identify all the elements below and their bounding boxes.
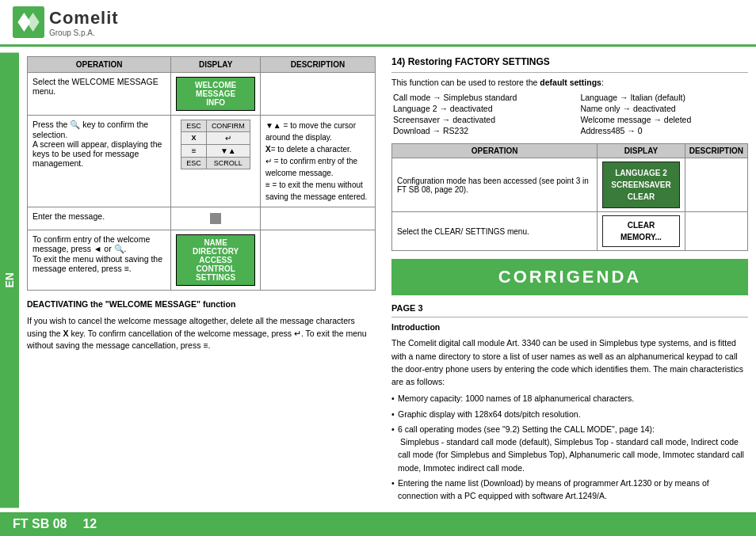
mini-table-row: Configuration mode has been accessed (se… bbox=[392, 158, 748, 212]
operation-table: OPERATION DISPLAY DESCRIPTION Select the… bbox=[27, 56, 376, 291]
settings-cell: Name only → deactivated bbox=[580, 104, 746, 113]
list-item: Graphic display with 128x64 dots/pitch r… bbox=[391, 408, 748, 420]
logo: Comelit Group S.p.A. bbox=[13, 6, 119, 38]
page3-section: PAGE 3 Introduction The Comelit digital … bbox=[391, 302, 748, 503]
settings-cell: Address485 → 0 bbox=[580, 126, 746, 135]
col-display: DISPLAY bbox=[171, 57, 261, 73]
mini-col-display: DISPLAY bbox=[598, 144, 685, 158]
mini-desc-cell bbox=[685, 158, 747, 212]
deactivating-section: DEACTIVATING the "WELCOME MESSAGE" funct… bbox=[27, 298, 376, 352]
deactivating-body: If you wish to cancel the welcome messag… bbox=[27, 315, 376, 352]
mini-desc-cell bbox=[685, 212, 747, 251]
col-description: DESCRIPTION bbox=[260, 57, 375, 73]
settings-cell: Language 2 → deactivated bbox=[393, 104, 578, 113]
settings-cell: Call mode → Simplebus standard bbox=[393, 93, 578, 102]
footer: FT SB 08 12 bbox=[0, 512, 756, 536]
settings-row: Call mode → Simplebus standard Language … bbox=[393, 93, 746, 102]
display-welcome-message: WELCOME MESSAGEINFO bbox=[176, 77, 255, 111]
mini-col-description: DESCRIPTION bbox=[685, 144, 747, 158]
settings-cell: Language → Italian (default) bbox=[580, 93, 746, 102]
table-row: Press the 🔍 key to confirm the selection… bbox=[28, 116, 376, 207]
list-item: 6 call operating modes (see "9.2) Settin… bbox=[391, 423, 748, 474]
settings-table: Call mode → Simplebus standard Language … bbox=[391, 91, 748, 137]
logo-text: Comelit Group S.p.A. bbox=[49, 8, 119, 37]
settings-cell: Screensaver → deactivated bbox=[393, 115, 578, 124]
table-row: Enter the message. bbox=[28, 207, 376, 230]
display-language2-screensaver: LANGUAGE 2SCREENSAVERCLEAR bbox=[602, 162, 679, 208]
settings-cell: Download → RS232 bbox=[393, 126, 578, 135]
mini-display-cell: CLEARMEMORY... bbox=[598, 212, 685, 251]
intro-text: The Comelit digital call module Art. 334… bbox=[391, 336, 748, 388]
header: Comelit Group S.p.A. bbox=[0, 0, 756, 47]
corrigenda-banner: CORRIGENDA bbox=[391, 259, 748, 295]
mini-display-cell: LANGUAGE 2SCREENSAVERCLEAR bbox=[598, 158, 685, 212]
footer-page: 12 bbox=[82, 517, 97, 531]
display-cell bbox=[171, 207, 261, 230]
desc-cell: ▼▲ = to move the cursor around the displ… bbox=[260, 116, 375, 207]
desc-cell bbox=[260, 207, 375, 230]
op-cell: To confirm entry of the welcome message,… bbox=[28, 230, 171, 291]
intro-label: Introduction bbox=[391, 321, 748, 333]
cursor-square bbox=[210, 213, 221, 224]
logo-name: Comelit bbox=[49, 8, 119, 29]
op-cell: Enter the message. bbox=[28, 207, 171, 230]
display-cell: NAME DIRECTORYACCESS CONTROLSETTINGS bbox=[171, 230, 261, 291]
language-label: EN bbox=[0, 53, 19, 508]
display-cell: WELCOME MESSAGEINFO bbox=[171, 73, 261, 116]
settings-row: Download → RS232 Address485 → 0 bbox=[393, 126, 746, 135]
desc-cell bbox=[260, 73, 375, 116]
mini-operation-table: OPERATION DISPLAY DESCRIPTION Configurat… bbox=[391, 143, 748, 251]
table-row: To confirm entry of the welcome message,… bbox=[28, 230, 376, 291]
factory-title: 14) Restoring FACTORY SETTINGS bbox=[391, 56, 748, 67]
display-name-directory: NAME DIRECTORYACCESS CONTROLSETTINGS bbox=[176, 234, 255, 286]
col-operation: OPERATION bbox=[28, 57, 171, 73]
settings-row: Screensaver → deactivated Welcome messag… bbox=[393, 115, 746, 124]
comelit-logo-icon bbox=[13, 6, 44, 38]
page3-label: PAGE 3 bbox=[391, 302, 748, 317]
deactivating-title: DEACTIVATING the "WELCOME MESSAGE" funct… bbox=[27, 299, 235, 309]
display-cell: ESC CONFIRM X ↵ ≡ ▼▲ bbox=[171, 116, 261, 207]
display-clear-memory: CLEARMEMORY... bbox=[602, 215, 679, 247]
op-cell: Press the 🔍 key to confirm the selection… bbox=[28, 116, 171, 207]
mini-op-cell: Configuration mode has been accessed (se… bbox=[392, 158, 598, 212]
logo-subname: Group S.p.A. bbox=[49, 29, 119, 37]
bullet-list: Memory capacity: 1000 names of 18 alphan… bbox=[391, 392, 748, 502]
op-cell: Select the WELCOME MESSAGE menu. bbox=[28, 73, 171, 116]
mini-table-row: Select the CLEAR/ SETTINGS menu. CLEARME… bbox=[392, 212, 748, 251]
footer-title: FT SB 08 bbox=[13, 517, 67, 531]
desc-cell bbox=[260, 230, 375, 291]
list-item: Memory capacity: 1000 names of 18 alphan… bbox=[391, 392, 748, 405]
settings-row: Language 2 → deactivated Name only → dea… bbox=[393, 104, 746, 113]
left-section: OPERATION DISPLAY DESCRIPTION Select the… bbox=[19, 53, 384, 508]
list-item: Entering the name list (Download) by mea… bbox=[391, 477, 748, 503]
settings-cell: Welcome message → deleted bbox=[580, 115, 746, 124]
table-row: Select the WELCOME MESSAGE menu. WELCOME… bbox=[28, 73, 376, 116]
mini-op-cell: Select the CLEAR/ SETTINGS menu. bbox=[392, 212, 598, 251]
right-section: 14) Restoring FACTORY SETTINGS This func… bbox=[384, 53, 756, 508]
factory-intro: This function can be used to restore the… bbox=[391, 78, 748, 87]
mini-col-operation: OPERATION bbox=[392, 144, 598, 158]
